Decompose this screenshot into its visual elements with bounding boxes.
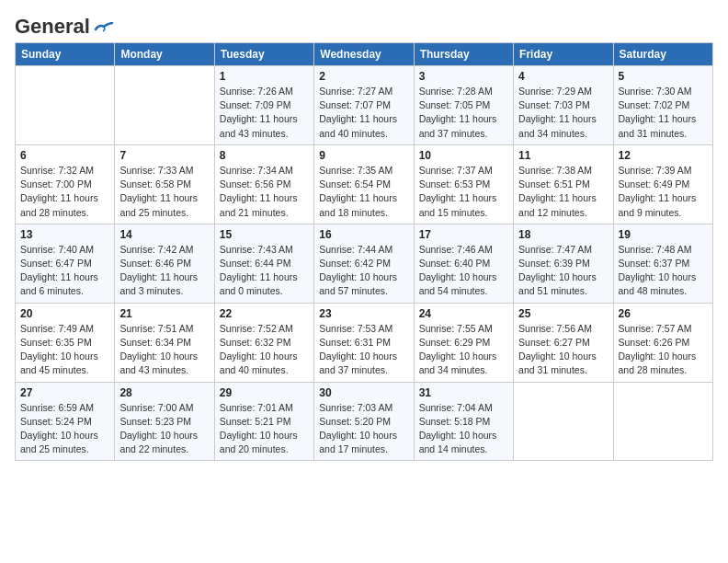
calendar-cell: 21Sunrise: 7:51 AMSunset: 6:34 PMDayligh… bbox=[115, 303, 214, 382]
day-number: 15 bbox=[220, 228, 309, 241]
calendar-cell: 17Sunrise: 7:46 AMSunset: 6:40 PMDayligh… bbox=[414, 224, 513, 303]
calendar-cell: 18Sunrise: 7:47 AMSunset: 6:39 PMDayligh… bbox=[514, 224, 613, 303]
day-info: Sunrise: 7:55 AMSunset: 6:29 PMDaylight:… bbox=[419, 322, 508, 378]
calendar-cell: 2Sunrise: 7:27 AMSunset: 7:07 PMDaylight… bbox=[314, 66, 414, 145]
calendar-cell: 11Sunrise: 7:38 AMSunset: 6:51 PMDayligh… bbox=[514, 144, 613, 224]
calendar-cell: 31Sunrise: 7:04 AMSunset: 5:18 PMDayligh… bbox=[414, 382, 513, 461]
calendar-cell: 29Sunrise: 7:01 AMSunset: 5:21 PMDayligh… bbox=[214, 382, 313, 461]
day-number: 30 bbox=[319, 386, 408, 399]
day-info: Sunrise: 7:33 AMSunset: 6:58 PMDaylight:… bbox=[119, 164, 209, 220]
header-cell-sunday: Sunday bbox=[16, 43, 115, 66]
calendar-cell: 5Sunrise: 7:30 AMSunset: 7:02 PMDaylight… bbox=[613, 66, 712, 145]
calendar-cell: 26Sunrise: 7:57 AMSunset: 6:26 PMDayligh… bbox=[613, 303, 712, 382]
day-info: Sunrise: 7:27 AMSunset: 7:07 PMDaylight:… bbox=[319, 85, 408, 141]
day-number: 26 bbox=[619, 307, 708, 320]
day-info: Sunrise: 7:37 AMSunset: 6:53 PMDaylight:… bbox=[419, 164, 508, 220]
day-info: Sunrise: 7:04 AMSunset: 5:18 PMDaylight:… bbox=[419, 401, 508, 457]
logo-bird-icon bbox=[94, 22, 114, 37]
day-number: 29 bbox=[220, 386, 309, 399]
calendar-cell bbox=[16, 66, 115, 145]
calendar-cell: 8Sunrise: 7:34 AMSunset: 6:56 PMDaylight… bbox=[214, 144, 313, 224]
day-info: Sunrise: 7:49 AMSunset: 6:35 PMDaylight:… bbox=[20, 322, 109, 378]
calendar-cell: 6Sunrise: 7:32 AMSunset: 7:00 PMDaylight… bbox=[16, 144, 115, 224]
day-number: 4 bbox=[518, 70, 608, 83]
day-info: Sunrise: 7:46 AMSunset: 6:40 PMDaylight:… bbox=[419, 243, 508, 299]
calendar-week-row: 27Sunrise: 6:59 AMSunset: 5:24 PMDayligh… bbox=[16, 382, 713, 461]
calendar-table: SundayMondayTuesdayWednesdayThursdayFrid… bbox=[15, 42, 713, 461]
calendar-cell: 3Sunrise: 7:28 AMSunset: 7:05 PMDaylight… bbox=[414, 66, 513, 145]
calendar-cell: 7Sunrise: 7:33 AMSunset: 6:58 PMDaylight… bbox=[115, 144, 214, 224]
day-info: Sunrise: 7:42 AMSunset: 6:46 PMDaylight:… bbox=[119, 243, 209, 299]
day-info: Sunrise: 7:56 AMSunset: 6:27 PMDaylight:… bbox=[518, 322, 608, 378]
day-number: 12 bbox=[619, 149, 708, 162]
day-number: 6 bbox=[20, 149, 109, 162]
calendar-cell: 28Sunrise: 7:00 AMSunset: 5:23 PMDayligh… bbox=[115, 382, 214, 461]
calendar-week-row: 13Sunrise: 7:40 AMSunset: 6:47 PMDayligh… bbox=[16, 224, 713, 303]
calendar-cell: 22Sunrise: 7:52 AMSunset: 6:32 PMDayligh… bbox=[214, 303, 313, 382]
day-number: 19 bbox=[619, 228, 708, 241]
calendar-cell: 24Sunrise: 7:55 AMSunset: 6:29 PMDayligh… bbox=[414, 303, 513, 382]
header-cell-thursday: Thursday bbox=[414, 43, 513, 66]
calendar-cell: 10Sunrise: 7:37 AMSunset: 6:53 PMDayligh… bbox=[414, 144, 513, 224]
day-info: Sunrise: 7:34 AMSunset: 6:56 PMDaylight:… bbox=[220, 164, 309, 220]
day-number: 2 bbox=[319, 70, 408, 83]
day-number: 11 bbox=[518, 149, 608, 162]
day-number: 1 bbox=[220, 70, 309, 83]
day-info: Sunrise: 7:30 AMSunset: 7:02 PMDaylight:… bbox=[619, 85, 708, 141]
day-number: 13 bbox=[20, 228, 109, 241]
calendar-cell: 4Sunrise: 7:29 AMSunset: 7:03 PMDaylight… bbox=[514, 66, 613, 145]
day-info: Sunrise: 7:01 AMSunset: 5:21 PMDaylight:… bbox=[220, 401, 309, 457]
calendar-week-row: 20Sunrise: 7:49 AMSunset: 6:35 PMDayligh… bbox=[16, 303, 713, 382]
day-number: 5 bbox=[619, 70, 708, 83]
day-number: 27 bbox=[20, 386, 109, 399]
day-number: 24 bbox=[419, 307, 508, 320]
day-info: Sunrise: 6:59 AMSunset: 5:24 PMDaylight:… bbox=[20, 401, 109, 457]
calendar-cell: 30Sunrise: 7:03 AMSunset: 5:20 PMDayligh… bbox=[314, 382, 414, 461]
day-info: Sunrise: 7:53 AMSunset: 6:31 PMDaylight:… bbox=[319, 322, 408, 378]
day-info: Sunrise: 7:38 AMSunset: 6:51 PMDaylight:… bbox=[518, 164, 608, 220]
day-info: Sunrise: 7:44 AMSunset: 6:42 PMDaylight:… bbox=[319, 243, 408, 299]
day-info: Sunrise: 7:47 AMSunset: 6:39 PMDaylight:… bbox=[518, 243, 608, 299]
calendar-header-row: SundayMondayTuesdayWednesdayThursdayFrid… bbox=[16, 43, 713, 66]
calendar-cell: 19Sunrise: 7:48 AMSunset: 6:37 PMDayligh… bbox=[613, 224, 712, 303]
day-info: Sunrise: 7:28 AMSunset: 7:05 PMDaylight:… bbox=[419, 85, 508, 141]
day-info: Sunrise: 7:48 AMSunset: 6:37 PMDaylight:… bbox=[619, 243, 708, 299]
day-info: Sunrise: 7:39 AMSunset: 6:49 PMDaylight:… bbox=[619, 164, 708, 220]
calendar-cell: 14Sunrise: 7:42 AMSunset: 6:46 PMDayligh… bbox=[115, 224, 214, 303]
calendar-cell: 16Sunrise: 7:44 AMSunset: 6:42 PMDayligh… bbox=[314, 224, 414, 303]
calendar-cell: 9Sunrise: 7:35 AMSunset: 6:54 PMDaylight… bbox=[314, 144, 414, 224]
day-info: Sunrise: 7:57 AMSunset: 6:26 PMDaylight:… bbox=[619, 322, 708, 378]
day-info: Sunrise: 7:52 AMSunset: 6:32 PMDaylight:… bbox=[220, 322, 309, 378]
calendar-cell: 1Sunrise: 7:26 AMSunset: 7:09 PMDaylight… bbox=[214, 66, 313, 145]
calendar-cell: 23Sunrise: 7:53 AMSunset: 6:31 PMDayligh… bbox=[314, 303, 414, 382]
day-info: Sunrise: 7:03 AMSunset: 5:20 PMDaylight:… bbox=[319, 401, 408, 457]
calendar-cell: 15Sunrise: 7:43 AMSunset: 6:44 PMDayligh… bbox=[214, 224, 313, 303]
day-info: Sunrise: 7:00 AMSunset: 5:23 PMDaylight:… bbox=[119, 401, 209, 457]
logo-general: General bbox=[15, 15, 90, 38]
day-number: 31 bbox=[419, 386, 508, 399]
calendar-cell: 25Sunrise: 7:56 AMSunset: 6:27 PMDayligh… bbox=[514, 303, 613, 382]
day-number: 8 bbox=[220, 149, 309, 162]
day-number: 20 bbox=[20, 307, 109, 320]
calendar-cell bbox=[115, 66, 214, 145]
day-info: Sunrise: 7:43 AMSunset: 6:44 PMDaylight:… bbox=[220, 243, 309, 299]
calendar-cell: 27Sunrise: 6:59 AMSunset: 5:24 PMDayligh… bbox=[16, 382, 115, 461]
day-info: Sunrise: 7:35 AMSunset: 6:54 PMDaylight:… bbox=[319, 164, 408, 220]
day-number: 28 bbox=[119, 386, 209, 399]
day-info: Sunrise: 7:32 AMSunset: 7:00 PMDaylight:… bbox=[20, 164, 109, 220]
calendar-cell bbox=[514, 382, 613, 461]
calendar-cell: 20Sunrise: 7:49 AMSunset: 6:35 PMDayligh… bbox=[16, 303, 115, 382]
day-number: 18 bbox=[518, 228, 608, 241]
day-number: 22 bbox=[220, 307, 309, 320]
calendar-week-row: 1Sunrise: 7:26 AMSunset: 7:09 PMDaylight… bbox=[16, 66, 713, 145]
header: General bbox=[15, 15, 713, 35]
day-info: Sunrise: 7:40 AMSunset: 6:47 PMDaylight:… bbox=[20, 243, 109, 299]
calendar-week-row: 6Sunrise: 7:32 AMSunset: 7:00 PMDaylight… bbox=[16, 144, 713, 224]
calendar-cell: 12Sunrise: 7:39 AMSunset: 6:49 PMDayligh… bbox=[613, 144, 712, 224]
day-info: Sunrise: 7:26 AMSunset: 7:09 PMDaylight:… bbox=[220, 85, 309, 141]
day-number: 16 bbox=[319, 228, 408, 241]
day-info: Sunrise: 7:51 AMSunset: 6:34 PMDaylight:… bbox=[119, 322, 209, 378]
day-number: 9 bbox=[319, 149, 408, 162]
day-number: 21 bbox=[119, 307, 209, 320]
day-info: Sunrise: 7:29 AMSunset: 7:03 PMDaylight:… bbox=[518, 85, 608, 141]
